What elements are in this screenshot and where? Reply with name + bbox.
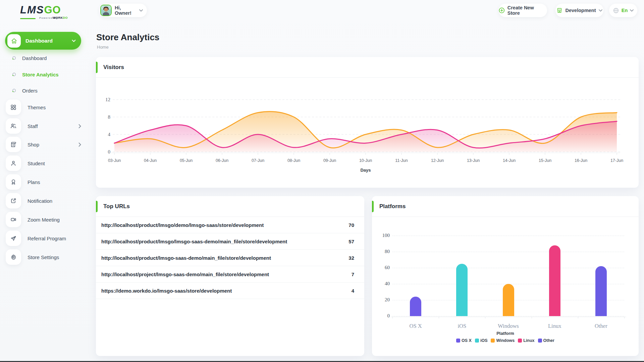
sidebar-item-shop[interactable]: Shop <box>6 137 81 152</box>
visitors-line-orange <box>114 112 617 148</box>
url-cell: http://localhost/product/lmsgo/demo/lmsg… <box>101 222 348 228</box>
send-icon <box>6 231 21 246</box>
platforms-card-header: Platforms <box>372 196 639 217</box>
accent-bar <box>96 201 98 212</box>
bullet-circle-icon <box>12 88 16 93</box>
x-tick-label: 16-Jun <box>575 158 587 163</box>
user-greeting: Hi, Owner! <box>115 5 136 16</box>
count-cell: 7 <box>352 272 354 277</box>
app-logo: LMSGO Powered By WORKDO <box>20 4 61 16</box>
chevron-right-icon <box>78 142 81 147</box>
sidebar-item-orders[interactable]: Orders <box>12 85 81 96</box>
powered-brand-do: DO <box>63 16 68 19</box>
chevron-down-icon <box>139 9 143 12</box>
grid-icon <box>6 100 21 115</box>
chevron-down-icon <box>72 40 76 42</box>
bar-os-x <box>410 297 421 316</box>
legend-label: iOS <box>480 338 488 343</box>
url-cell: http://localhost/project/lmsgo-saas-demo… <box>101 272 352 277</box>
visitors-area-pink <box>114 121 617 152</box>
create-new-store-label: Create New Store <box>507 5 547 16</box>
url-cell: http://localhost/product/lmsgo-saas-demo… <box>101 255 348 261</box>
grid-line <box>392 268 624 268</box>
sidebar-item-store-analytics[interactable]: Store Analytics <box>12 69 81 80</box>
legend-swatch <box>538 339 542 343</box>
powered-brand-work: WORK <box>53 16 63 19</box>
sidebar-item-label: Notification <box>28 198 81 204</box>
legend-label: OS X <box>462 338 472 343</box>
y-tick-label: 0 <box>108 149 111 155</box>
award-icon <box>6 174 21 190</box>
sidebar-item-label: Zoom Meeting <box>28 217 81 223</box>
legend-swatch <box>456 339 460 343</box>
grid-line <box>392 236 624 236</box>
x-tick-label: iOS <box>443 323 480 329</box>
sidebar-item-notification[interactable]: Notification <box>6 193 81 208</box>
grid-line <box>392 316 624 316</box>
count-cell: 57 <box>348 239 354 244</box>
top-urls-card-header: Top URLs <box>96 196 364 217</box>
x-tick-label: 11-Jun <box>395 158 408 163</box>
y-tick-label: 12 <box>105 97 110 102</box>
sidebar-item-zoom-meeting[interactable]: Zoom Meeting <box>6 212 81 227</box>
sidebar-item-referral-program[interactable]: Referral Program <box>6 231 81 246</box>
legend-item[interactable]: OS X <box>456 338 472 343</box>
x-tick-label: 06-Jun <box>216 158 228 163</box>
sidebar-item-plans[interactable]: Plans <box>6 174 81 190</box>
accent-bar <box>96 62 98 73</box>
x-tick-label: 10-Jun <box>359 158 372 163</box>
sidebar-item-themes[interactable]: Themes <box>6 100 81 115</box>
logo-subline: Powered By WORKDO <box>20 16 87 20</box>
users-icon <box>6 118 21 134</box>
share-box-icon <box>6 193 21 208</box>
x-tick-label: 04-Jun <box>144 158 157 163</box>
receipt-icon <box>6 137 21 152</box>
legend-item[interactable]: Windows <box>491 338 515 343</box>
legend-label: Windows <box>496 338 515 343</box>
x-axis-tick <box>392 317 393 318</box>
legend-label: Other <box>543 338 554 343</box>
store-selector-button[interactable]: Development <box>555 4 603 17</box>
legend-item[interactable]: Linux <box>518 338 534 343</box>
x-axis-title: Days <box>360 168 371 173</box>
sidebar-item-label: Store Settings <box>28 254 81 260</box>
platforms-bar-chart: 020406080100OS XiOSWindowsLinuxOtherPlat… <box>372 217 639 356</box>
sidebar-item-staff[interactable]: Staff <box>6 118 81 134</box>
legend-item[interactable]: Other <box>538 338 554 343</box>
store-selector-label: Development <box>565 8 596 13</box>
x-axis-line <box>390 317 626 317</box>
breadcrumb[interactable]: Home <box>97 45 109 50</box>
table-row: http://localhost/product/lmsgo-saas-demo… <box>96 250 364 266</box>
x-axis-title: Platform <box>372 331 639 336</box>
url-cell: https://demo.workdo.io/lmsgo-saas/store/… <box>101 288 352 294</box>
legend-item[interactable]: iOS <box>475 338 488 343</box>
y-tick-label: 80 <box>376 249 390 254</box>
language-selector-button[interactable]: En <box>609 4 637 17</box>
y-tick-label: 8 <box>108 114 111 120</box>
sidebar-item-store-settings[interactable]: Store Settings <box>6 249 81 265</box>
user-menu-button[interactable]: Hi, Owner! <box>99 4 147 17</box>
legend-swatch <box>518 339 522 343</box>
home-icon <box>7 34 21 48</box>
sidebar-item-dashboard-group[interactable]: Dashboard <box>5 32 81 50</box>
count-cell: 70 <box>348 222 354 228</box>
legend-swatch <box>491 339 495 343</box>
x-tick-label: 08-Jun <box>287 158 300 163</box>
x-tick-label: 07-Jun <box>252 158 264 163</box>
y-tick-label: 20 <box>376 297 390 303</box>
x-tick-label: Windows <box>490 323 527 329</box>
create-new-store-button[interactable]: Create New Store <box>499 4 547 17</box>
sidebar-item-dashboard[interactable]: Dashboard <box>12 52 81 64</box>
sidebar-item-label: Themes <box>28 105 81 110</box>
x-tick-label: 14-Jun <box>503 158 516 163</box>
count-cell: 32 <box>348 255 354 261</box>
sidebar-item-label: Shop <box>28 142 72 147</box>
bar-ios <box>456 264 468 316</box>
sidebar-item-student[interactable]: Student <box>6 156 81 171</box>
top-urls-card-title: Top URLs <box>103 203 130 210</box>
globe-icon <box>613 7 619 14</box>
bar-windows <box>503 284 514 316</box>
logo-lms: LMS <box>20 4 44 16</box>
y-tick-label: 100 <box>376 233 390 238</box>
y-tick-label: 60 <box>376 265 390 270</box>
